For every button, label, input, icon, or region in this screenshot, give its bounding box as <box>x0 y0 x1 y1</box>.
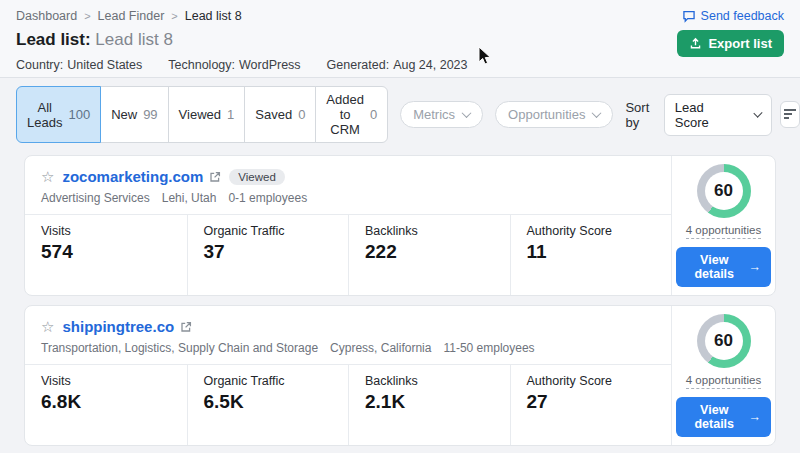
metric-authority-score: Authority Score 27 <box>510 365 672 445</box>
feedback-bubble-icon <box>682 9 696 23</box>
lead-domain-link[interactable]: shippingtree.co <box>62 318 174 335</box>
filter-country-label: Country: <box>16 58 63 72</box>
tab-saved[interactable]: Saved 0 <box>244 86 316 143</box>
sort-direction-button[interactable] <box>780 101 800 128</box>
leads-toolbar: All Leads 100 New 99 Viewed 1 Saved 0 Ad… <box>0 78 800 151</box>
lead-score-value: 60 <box>705 172 743 210</box>
chevron-down-icon <box>753 109 762 118</box>
lead-industry: Advertising Services <box>41 191 150 205</box>
chevron-down-icon <box>592 108 602 118</box>
breadcrumb-lead-finder[interactable]: Lead Finder <box>98 9 165 23</box>
breadcrumb-separator-icon: > <box>171 10 177 22</box>
metrics-dropdown[interactable]: Metrics <box>400 101 483 128</box>
lead-location: Lehi, Utah <box>162 191 217 205</box>
page-title-value: Lead list 8 <box>95 30 173 49</box>
metric-organic-traffic: Organic Traffic 37 <box>187 215 349 295</box>
lead-subline: Transportation, Logistics, Supply Chain … <box>41 341 655 355</box>
lead-tabs: All Leads 100 New 99 Viewed 1 Saved 0 Ad… <box>16 86 388 143</box>
lead-metrics: Visits 574 Organic Traffic 37 Backlinks … <box>25 214 671 295</box>
metric-authority-score: Authority Score 11 <box>510 215 672 295</box>
arrow-right-icon: → <box>749 260 762 274</box>
lead-domain-link[interactable]: zocomarketing.com <box>62 168 203 185</box>
filter-technology: Technology: WordPress <box>168 58 300 72</box>
tab-all-leads[interactable]: All Leads 100 <box>16 86 101 143</box>
lead-cards-list: ☆ zocomarketing.com Viewed Advertising S… <box>0 151 800 453</box>
filter-generated: Generated: Aug 24, 2023 <box>327 58 468 72</box>
export-list-button[interactable]: Export list <box>677 30 784 57</box>
send-feedback-label: Send feedback <box>701 9 784 23</box>
filters: Country: United States Technology: WordP… <box>16 58 784 72</box>
external-link-icon[interactable] <box>209 171 221 183</box>
metric-backlinks: Backlinks 2.1K <box>348 365 510 445</box>
metric-backlinks: Backlinks 222 <box>348 215 510 295</box>
star-icon[interactable]: ☆ <box>41 169 54 184</box>
star-icon[interactable]: ☆ <box>41 319 54 334</box>
page-title: Lead list: Lead list 8 <box>16 30 784 50</box>
arrow-right-icon: → <box>749 410 762 424</box>
view-details-button[interactable]: View details → <box>676 247 771 287</box>
metric-organic-traffic: Organic Traffic 6.5K <box>187 365 349 445</box>
tab-viewed[interactable]: Viewed 1 <box>168 86 246 143</box>
lead-card: ☆ shippingtree.co Transportation, Logist… <box>24 305 776 446</box>
tab-added-to-crm[interactable]: Added to CRM 0 <box>315 86 388 143</box>
tab-all-leads-label: All Leads <box>27 100 62 130</box>
filter-country-value: United States <box>67 58 142 72</box>
page-title-label: Lead list: <box>16 30 91 49</box>
lead-metrics: Visits 6.8K Organic Traffic 6.5K Backlin… <box>25 364 671 445</box>
breadcrumb-dashboard[interactable]: Dashboard <box>16 9 77 23</box>
filter-technology-value: WordPress <box>239 58 301 72</box>
opportunities-dropdown[interactable]: Opportunities <box>495 101 613 128</box>
view-details-label: View details <box>686 253 743 281</box>
metric-visits: Visits 574 <box>25 215 187 295</box>
lead-industry: Transportation, Logistics, Supply Chain … <box>41 341 318 355</box>
breadcrumb-separator-icon: > <box>84 10 90 22</box>
metrics-dropdown-label: Metrics <box>413 107 455 122</box>
filter-technology-label: Technology: <box>168 58 235 72</box>
tab-viewed-label: Viewed <box>179 107 221 122</box>
tab-saved-label: Saved <box>255 107 292 122</box>
lead-card: ☆ zocomarketing.com Viewed Advertising S… <box>24 155 776 296</box>
lead-score-gauge: 60 <box>697 314 751 368</box>
opportunities-link[interactable]: 4 opportunities <box>686 224 761 239</box>
upload-icon <box>689 37 702 50</box>
tab-saved-count: 0 <box>298 107 305 122</box>
tab-new[interactable]: New 99 <box>100 86 168 143</box>
send-feedback-link[interactable]: Send feedback <box>682 9 784 23</box>
lead-score-value: 60 <box>705 322 743 360</box>
tab-added-to-crm-count: 0 <box>370 107 377 122</box>
tab-new-count: 99 <box>143 107 157 122</box>
sort-by-label: Sort by <box>625 100 655 130</box>
sort-descending-icon <box>784 109 796 120</box>
viewed-badge: Viewed <box>229 169 285 185</box>
sort-select-value: Lead Score <box>675 100 729 130</box>
tab-new-label: New <box>111 107 137 122</box>
opportunities-link[interactable]: 4 opportunities <box>686 374 761 389</box>
sort-group: Sort by Lead Score <box>625 94 800 136</box>
lead-subline: Advertising Services Lehi, Utah 0-1 empl… <box>41 191 655 205</box>
sort-select[interactable]: Lead Score <box>664 94 772 136</box>
view-details-label: View details <box>686 403 743 431</box>
export-list-label: Export list <box>708 36 772 51</box>
tab-all-leads-count: 100 <box>68 107 90 122</box>
tab-viewed-count: 1 <box>227 107 234 122</box>
breadcrumb-current: Lead list 8 <box>185 9 242 23</box>
view-details-button[interactable]: View details → <box>676 397 771 437</box>
lead-employees: 0-1 employees <box>228 191 307 205</box>
filter-country: Country: United States <box>16 58 142 72</box>
filter-generated-label: Generated: <box>327 58 390 72</box>
lead-score-panel: 60 4 opportunities View details → <box>671 156 775 295</box>
external-link-icon[interactable] <box>180 321 192 333</box>
page-header: Dashboard > Lead Finder > Lead list 8 Se… <box>0 0 800 78</box>
lead-location: Cypress, California <box>330 341 431 355</box>
metric-visits: Visits 6.8K <box>25 365 187 445</box>
filter-generated-value: Aug 24, 2023 <box>393 58 467 72</box>
opportunities-dropdown-label: Opportunities <box>508 107 585 122</box>
chevron-down-icon <box>462 108 472 118</box>
tab-added-to-crm-label: Added to CRM <box>326 92 364 137</box>
lead-employees: 11-50 employees <box>443 341 534 355</box>
lead-score-gauge: 60 <box>697 164 751 218</box>
breadcrumb: Dashboard > Lead Finder > Lead list 8 Se… <box>16 9 784 23</box>
lead-score-panel: 60 4 opportunities View details → <box>671 306 775 445</box>
